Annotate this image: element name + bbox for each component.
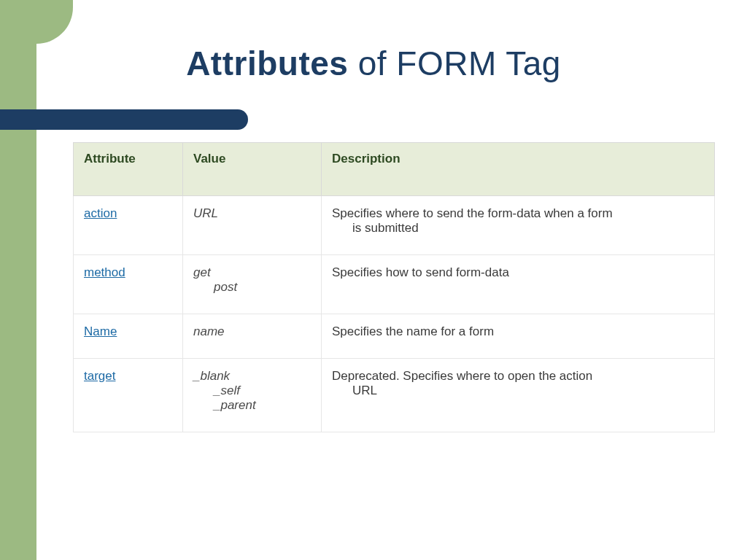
- value-text: _self: [193, 384, 311, 398]
- attributes-table-container: Attribute Value Description action URL S…: [73, 142, 715, 432]
- description-text: Deprecated. Specifies where to open the …: [332, 369, 592, 383]
- table-row: target _blank _self _parent Deprecated. …: [74, 359, 715, 432]
- attributes-table: Attribute Value Description action URL S…: [73, 142, 715, 432]
- header-value: Value: [183, 143, 322, 196]
- description-text: Specifies where to send the form-data wh…: [332, 206, 613, 220]
- left-green-bar: [0, 0, 36, 560]
- attr-link-target[interactable]: target: [84, 369, 115, 383]
- value-cell: name: [183, 314, 322, 359]
- value-text: _parent: [193, 398, 311, 413]
- attr-link-action[interactable]: action: [84, 206, 117, 220]
- header-attribute: Attribute: [74, 143, 183, 196]
- attr-link-name[interactable]: Name: [84, 324, 117, 338]
- table-row: method get post Specifies how to send fo…: [74, 255, 715, 314]
- value-text: post: [193, 280, 311, 295]
- slide-title: Attributes of FORM Tag: [0, 44, 747, 83]
- table-row: action URL Specifies where to send the f…: [74, 196, 715, 255]
- value-text: get: [193, 265, 311, 280]
- table-row: Name name Specifies the name for a form: [74, 314, 715, 359]
- table-header-row: Attribute Value Description: [74, 143, 715, 196]
- title-bold: Attributes: [186, 44, 348, 82]
- header-description: Description: [322, 143, 715, 196]
- accent-bar: [0, 109, 248, 130]
- corner-green-arc: [36, 0, 73, 44]
- title-rest: of FORM Tag: [348, 44, 560, 82]
- description-text-cont: is submitted: [332, 221, 704, 236]
- value-text: URL: [193, 206, 311, 221]
- description-text: Specifies the name for a form: [332, 324, 494, 338]
- value-text: name: [193, 324, 311, 339]
- value-cell: _blank _self _parent: [183, 359, 322, 432]
- attr-link-method[interactable]: method: [84, 265, 125, 279]
- description-cell: Specifies how to send form-data: [322, 255, 715, 314]
- description-text: Specifies how to send form-data: [332, 265, 509, 279]
- value-cell: URL: [183, 196, 322, 255]
- description-text-cont: URL: [332, 384, 704, 398]
- value-text: _blank: [193, 369, 311, 384]
- description-cell: Specifies the name for a form: [322, 314, 715, 359]
- description-cell: Specifies where to send the form-data wh…: [322, 196, 715, 255]
- description-cell: Deprecated. Specifies where to open the …: [322, 359, 715, 432]
- value-cell: get post: [183, 255, 322, 314]
